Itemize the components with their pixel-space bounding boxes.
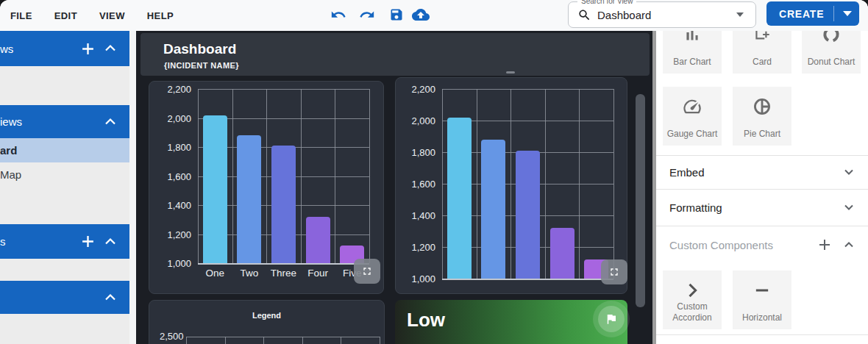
chevron-up-icon[interactable] xyxy=(843,239,855,251)
grid-line xyxy=(198,89,369,90)
section-label: Custom Components xyxy=(669,239,773,251)
component-tile-pie-chart[interactable]: Pie Chart xyxy=(733,87,791,146)
menu: FILEEDITVIEWHELP xyxy=(10,0,174,31)
section-embed[interactable]: Embed xyxy=(656,155,868,189)
component-tile-label: Horizontal xyxy=(742,312,782,323)
divider xyxy=(656,334,868,335)
dashboard-header-card[interactable]: Dashboard {INCIDENT NAME} xyxy=(140,33,650,76)
y-tick-label: 1,000 xyxy=(396,273,435,284)
y-tick-label: 1,400 xyxy=(396,210,435,221)
component-tile-horizontal[interactable]: Horizontal xyxy=(733,270,791,329)
x-tick-label: One xyxy=(206,268,225,279)
panel-scrollbar[interactable] xyxy=(652,31,656,344)
dashboard-canvas: Dashboard {INCIDENT NAME} 1,0001,2001,40… xyxy=(136,31,653,344)
add-icon[interactable] xyxy=(81,42,95,56)
horizontal-line-icon xyxy=(750,278,775,303)
bar-one xyxy=(203,115,227,263)
chevron-down-icon[interactable] xyxy=(843,166,855,178)
x-tick-label: Two xyxy=(241,268,259,279)
chevron-up-icon[interactable] xyxy=(104,293,116,303)
y-tick-label: 2,000 xyxy=(396,115,435,126)
add-icon[interactable] xyxy=(818,238,831,251)
legend-chart-widget[interactable]: Legend 2,500 xyxy=(149,300,385,344)
bar-four xyxy=(550,228,574,279)
status-card-low[interactable]: Low xyxy=(395,300,627,344)
undo-icon[interactable] xyxy=(330,6,347,24)
y-tick-label: 1,200 xyxy=(149,229,191,240)
expand-icon[interactable] xyxy=(354,259,380,284)
component-tile-gauge-chart[interactable]: Gauge Chart xyxy=(663,87,722,146)
bar-one xyxy=(447,118,472,279)
expand-icon[interactable] xyxy=(601,259,627,284)
menu-item-view[interactable]: VIEW xyxy=(99,10,125,21)
component-tile-label: Pie Chart xyxy=(744,129,780,139)
x-tick-label: Four xyxy=(307,268,328,279)
bar-three xyxy=(516,151,540,279)
grid-line xyxy=(369,89,370,263)
cloud-upload-icon[interactable] xyxy=(412,6,430,24)
grid-line xyxy=(186,337,187,344)
bar-three xyxy=(271,146,296,263)
component-tile-label: Donut Chart xyxy=(808,57,855,67)
left-sidebar: ws iews ard Map s xyxy=(0,31,129,344)
sidebar-group-3[interactable]: s xyxy=(0,224,129,259)
component-tile-custom-accordion[interactable]: Custom Accordion xyxy=(663,270,722,329)
redo-icon[interactable] xyxy=(358,6,376,24)
sidebar-group-label: s xyxy=(0,235,6,248)
y-tick-label: 2,200 xyxy=(396,84,435,95)
y-tick-label: 2,500 xyxy=(160,331,184,342)
grid-line xyxy=(301,89,302,263)
chevron-up-icon[interactable] xyxy=(104,43,116,54)
bar-four xyxy=(306,217,330,263)
sidebar-group-4[interactable] xyxy=(0,281,129,314)
canvas-scrollbar-thumb[interactable] xyxy=(636,94,645,307)
component-tile-label: Gauge Chart xyxy=(667,129,718,139)
grid-line xyxy=(186,337,380,337)
view-search-field[interactable]: Search for View Dashboard xyxy=(568,1,756,28)
resize-handle[interactable] xyxy=(506,71,515,74)
sidebar-group-1[interactable]: ws xyxy=(0,31,129,66)
sidebar-item-map[interactable]: Map xyxy=(0,162,129,187)
y-tick-label: 1,400 xyxy=(149,200,191,211)
y-tick-label: 2,000 xyxy=(149,112,191,123)
menu-item-edit[interactable]: EDIT xyxy=(54,10,77,21)
gauge-chart-icon xyxy=(680,94,705,119)
add-icon[interactable] xyxy=(81,234,95,248)
grid-line xyxy=(511,89,511,279)
y-tick-label: 1,600 xyxy=(149,171,191,182)
chevron-up-icon[interactable] xyxy=(104,117,116,127)
chevron-down-icon[interactable] xyxy=(843,201,855,213)
save-icon[interactable] xyxy=(388,6,405,24)
y-tick-label: 1,000 xyxy=(149,258,191,269)
chevron-up-icon[interactable] xyxy=(104,237,116,247)
menu-item-file[interactable]: FILE xyxy=(10,10,32,21)
x-tick-label: Three xyxy=(271,268,296,279)
dashboard-subtitle: {INCIDENT NAME} xyxy=(164,61,239,70)
pie-chart-icon xyxy=(750,94,775,119)
section-custom-components[interactable]: Custom Components xyxy=(656,226,868,264)
bar-chart-widget-2[interactable]: 1,0001,2001,4001,6001,8002,0002,200 xyxy=(395,77,627,294)
bar-chart-widget-1[interactable]: 1,0001,2001,4001,6001,8002,0002,200OneTw… xyxy=(149,81,384,294)
grid-line xyxy=(302,337,303,344)
divider xyxy=(833,6,834,21)
y-tick-label: 1,600 xyxy=(396,179,435,190)
menu-item-help[interactable]: HELP xyxy=(147,10,174,21)
grid-line xyxy=(263,337,264,344)
flag-icon[interactable] xyxy=(598,306,625,332)
grid-line xyxy=(442,89,443,279)
create-button[interactable]: CREATE xyxy=(766,1,859,26)
grid-line xyxy=(579,89,580,279)
app-window: Bar ChartCardDonut ChartGauge ChartPie C… xyxy=(0,0,868,344)
grid-line xyxy=(380,337,380,344)
grid-line xyxy=(225,337,226,344)
status-card-label: Low xyxy=(407,309,445,332)
section-label: Embed xyxy=(669,166,705,179)
sidebar-item-selected[interactable]: ard xyxy=(0,138,129,162)
section-formatting[interactable]: Formatting xyxy=(656,189,868,226)
sidebar-group-2[interactable]: iews xyxy=(0,105,129,138)
grid-line xyxy=(335,89,335,263)
caret-down-icon[interactable] xyxy=(736,12,744,17)
caret-down-icon[interactable] xyxy=(843,11,852,16)
x-axis-line xyxy=(442,279,613,280)
component-tile-label: Custom Accordion xyxy=(663,301,722,323)
